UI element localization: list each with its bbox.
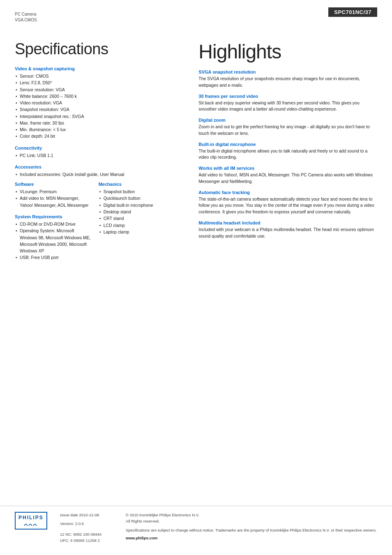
highlight-text-digital-zoom: Zoom in and out to get the perfect frami…: [198, 124, 377, 137]
spec-section-mechanics: Mechanics Snapshot buttonQuicklaunch but…: [99, 182, 179, 235]
list-item: Video resolution: VGA: [15, 99, 179, 106]
highlight-svga-snapshot: SVGA snapshot resolutionThe SVGA resolut…: [198, 69, 377, 89]
spec-section-video: Video & snapshot capturing Sensor: CMOSL…: [15, 66, 179, 140]
list-mechanics: Snapshot buttonQuicklaunch buttonDigital…: [99, 188, 179, 235]
philips-wordmark: PHILIPS: [18, 515, 44, 520]
heading-video: Video & snapshot capturing: [15, 66, 179, 71]
list-item: Color depth: 24 bit: [15, 133, 179, 139]
list-item: Laptop clamp: [99, 229, 179, 235]
highlight-digital-zoom: Digital zoomZoom in and out to get the p…: [198, 118, 377, 137]
footer: PHILIPS Issue date 2010-12-08 Version: 2…: [0, 506, 392, 543]
list-item: Snapshot button: [99, 188, 179, 195]
heading-accessories: Accessories: [15, 164, 179, 169]
nc-label: 12 NC:: [60, 532, 72, 536]
list-item: Sensor resolution: VGA: [15, 86, 179, 93]
highlight-title-svga-snapshot: SVGA snapshot resolution: [198, 69, 377, 74]
heading-sysreq: System Requirements: [15, 214, 93, 219]
version-row: Version: 2.0.6: [60, 520, 118, 527]
list-item: CRT stand: [99, 215, 179, 222]
list-item: Lens: F2.8, D50°: [15, 79, 179, 86]
list-item: CD-ROM or DVD-ROM Drive: [15, 221, 93, 227]
legal-line1: © 2010 Koninklijke Philips Electronics N…: [126, 512, 377, 518]
highlight-title-built-in-mic: Built-in digital microphone: [198, 142, 377, 147]
highlights-title: Highlights: [198, 40, 377, 63]
nc-value: 9082 100 08444: [73, 532, 101, 536]
spec-section-accessories: Accessories Included accessories: Quick …: [15, 164, 179, 178]
footer-info: Issue date 2010-12-08 Version: 2.0.6 12 …: [60, 512, 118, 543]
model-badge: SPC701NC/37: [328, 7, 377, 17]
product-line: PC Camera: [15, 12, 37, 17]
highlight-title-30-frames: 30 frames per second video: [198, 94, 377, 99]
specs-col-software-sysreq: Software VLounge: PremiumAdd video to: M…: [15, 182, 97, 263]
list-software: VLounge: PremiumAdd video to: MSN Messen…: [15, 188, 93, 208]
highlight-title-face-tracking: Automatic face tracking: [198, 190, 377, 195]
list-video: Sensor: CMOSLens: F2.8, D50°Sensor resol…: [15, 73, 179, 140]
list-item: LCD clamp: [99, 222, 179, 229]
highlight-text-works-with-im: Add video to Yahoo!, MSN and AOL Messeng…: [198, 172, 377, 185]
header-left: PC Camera VGA CMOS: [15, 12, 37, 23]
highlight-built-in-mic: Built-in digital microphoneThe built-in …: [198, 142, 377, 161]
list-item: Operating System: Microsoft Windows 98, …: [15, 227, 93, 254]
highlights-list: SVGA snapshot resolutionThe SVGA resolut…: [198, 69, 377, 239]
website: www.philips.com: [126, 535, 377, 541]
heading-mechanics: Mechanics: [99, 182, 179, 187]
legal-line2: All Rights reserved.: [126, 518, 377, 524]
highlight-text-built-in-mic: The built-in digital microphone allows y…: [198, 148, 377, 161]
nc-row: 12 NC: 9082 100 08444: [60, 531, 118, 537]
spec-section-sysreq: System Requirements CD-ROM or DVD-ROM Dr…: [15, 214, 93, 261]
highlight-title-works-with-im: Works with all IM services: [198, 166, 377, 171]
issue-date-label: Issue date: [60, 513, 79, 517]
list-accessories: Included accessories: Quick install guid…: [15, 171, 179, 178]
highlight-text-face-tracking: The state-of-the-art camera software aut…: [198, 196, 377, 215]
philips-waves: [18, 522, 44, 527]
issue-date-value: 2010-12-08: [79, 513, 99, 517]
heading-software: Software: [15, 182, 93, 187]
legal-line3: Specifications are subject to change wit…: [126, 527, 377, 533]
philips-logo-area: PHILIPS: [15, 512, 48, 531]
highlight-title-headset: Multimedia headset included: [198, 220, 377, 225]
highlight-text-svga-snapshot: The SVGA resolution of your snapshots en…: [198, 76, 377, 89]
list-sysreq: CD-ROM or DVD-ROM DriveOperating System:…: [15, 221, 93, 261]
upc-row: UPC: 6 09585 11258 2: [60, 537, 118, 543]
version-value: 2.0.6: [75, 521, 84, 526]
highlight-text-30-frames: Sit back and enjoy superior viewing with…: [198, 100, 377, 113]
highlight-30-frames: 30 frames per second videoSit back and e…: [198, 94, 377, 113]
issue-date-row: Issue date 2010-12-08: [60, 512, 118, 518]
highlight-title-digital-zoom: Digital zoom: [198, 118, 377, 123]
list-item: Desktop stand: [99, 208, 179, 215]
waves-svg: [23, 522, 38, 527]
list-item: VLounge: Premium: [15, 188, 93, 195]
specs-title: Specifications: [15, 40, 179, 58]
highlights-column: Highlights SVGA snapshot resolutionThe S…: [189, 40, 377, 264]
list-item: Max. frame rate: 30 fps: [15, 120, 179, 126]
list-item: Min. illuminance: < 5 lux: [15, 126, 179, 133]
list-item: PC Link: USB 1.1: [15, 152, 179, 159]
list-item: White balance: 2600 – 7600 k: [15, 93, 179, 99]
specs-middle: Software VLounge: PremiumAdd video to: M…: [15, 182, 179, 263]
list-connectivity: PC Link: USB 1.1: [15, 152, 179, 159]
list-item: Snapshot resolution: VGA: [15, 106, 179, 113]
list-item: Add video to: MSN Messenger, Yahoo! Mess…: [15, 195, 93, 208]
specifications-column: Specifications Video & snapshot capturin…: [15, 40, 189, 264]
product-sub: VGA CMOS: [15, 17, 37, 23]
list-item: Digital built-in microphone: [99, 202, 179, 208]
list-item: Interpolated snapshot res.: SVGA: [15, 113, 179, 120]
highlight-works-with-im: Works with all IM servicesAdd video to Y…: [198, 166, 377, 185]
spec-section-connectivity: Connectivity PC Link: USB 1.1: [15, 146, 179, 159]
list-item: Sensor: CMOS: [15, 73, 179, 79]
heading-connectivity: Connectivity: [15, 146, 179, 150]
highlight-headset: Multimedia headset includedIncluded with…: [198, 220, 377, 240]
list-item: USB: Free USB port: [15, 254, 93, 261]
list-item: Included accessories: Quick install guid…: [15, 171, 179, 178]
highlight-face-tracking: Automatic face trackingThe state-of-the-…: [198, 190, 377, 215]
highlight-text-headset: Included with your webcam is a Philips m…: [198, 227, 377, 240]
upc-value: 6 09585 11258 2: [70, 538, 99, 543]
specs-col-mechanics: Mechanics Snapshot buttonQuicklaunch but…: [97, 182, 179, 263]
spec-section-software: Software VLounge: PremiumAdd video to: M…: [15, 182, 93, 208]
version-label: Version:: [60, 521, 74, 526]
footer-legal: © 2010 Koninklijke Philips Electronics N…: [126, 512, 377, 541]
list-item: Quicklaunch button: [99, 195, 179, 201]
upc-label: UPC:: [60, 538, 69, 543]
